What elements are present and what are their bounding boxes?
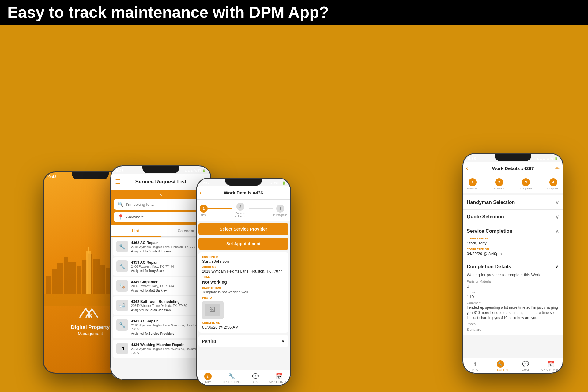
item-address: 2110 Wyndam Heights Lane, Westside, Hous… [131,323,205,331]
bottom-nav-3: ℹ INFO 🔧 OPERATIONS 💬 CHAT 📅 APPOINTMENT [196,370,291,386]
list-item[interactable]: 🔧4362 AC Repair2018 Wyndam Heights Lane,… [113,238,209,256]
customer-section: CUSTOMER Sarah Johnson ADDRESS 2018 Wynd… [198,252,288,333]
service-completion-chevron-icon[interactable]: ∧ [555,228,559,235]
completion-details-section: Completion Details ∧ Waiting for provide… [462,260,564,335]
p4-step-circle-2: 2 [495,178,503,186]
search-box: 🔍 [114,199,208,210]
handyman-section: Handyman Selection ∨ [462,195,564,210]
step-circle-3: 3 [276,205,284,213]
item-id: 4353 AC Repair [131,260,205,265]
item-id: 4341 AC Repair [131,319,205,323]
step-completed-4: 4 Completed [547,178,559,190]
p4-step-circle-3: 3 [522,178,530,186]
menu-icon[interactable]: ☰ [115,178,121,186]
back-button-4[interactable]: ‹ [466,165,468,172]
photo-placeholder: 🖼 [202,301,224,319]
p4-step-circle-1: 1 [469,178,477,186]
bottom-nav-4: ℹ INFO 🔧 OPERATIONS 💬 CHAT 📅 APPOINTMENT [462,358,564,374]
tab-list[interactable]: List [110,225,161,237]
completion-details-header: Completion Details ∧ [467,264,559,270]
p4-step-circle-4: 4 [549,178,557,186]
logo-text: Digital Property Management [71,324,110,337]
svg-text:🖼: 🖼 [210,307,216,313]
step-circle-1: 1 [200,205,208,213]
status-bar-3: 9:37 ▲ WiFi 🔋 [196,179,291,186]
item-assignee: Assigned To:Matt Barkley [131,289,205,292]
list-item[interactable]: 🛁4342 Bathroom Remodeling20640 Winlock T… [113,296,209,315]
search-icon: 🔍 [118,202,124,207]
quote-section: Quote Selection ∨ [462,210,564,224]
svg-rect-5 [68,262,76,294]
status-icons-4: ▲▲▲ WiFi 🔋 [536,157,558,160]
step-completed-3: 3 Completed [520,178,532,190]
time-3: 9:37 [202,181,209,185]
svg-rect-16 [86,251,91,294]
step-provider: 2 Provider Selection [232,203,249,218]
status-icons-2: ▲▲▲ WiFi 🔋 [184,169,206,172]
set-appointment-button[interactable]: Set Appointment [198,238,288,250]
item-address: 20640 Winlock Trace Dr, Katy, TX, 77450 [131,304,205,308]
step-circle-2: 2 [236,203,244,211]
list-item[interactable]: 🔧4341 AC Repair2110 Wyndam Heights Lane,… [113,316,209,338]
svg-rect-18 [88,315,90,318]
status-bar-2: 9:36 ▲▲▲ WiFi 🔋 [110,167,211,174]
completion-details-chevron-icon[interactable]: ∧ [556,264,559,270]
nav-chat-4[interactable]: 💬 CHAT [513,358,538,374]
item-icon: 🛁 [116,300,128,311]
location-pin-icon: 📍 [118,214,124,220]
step-inprogress: 3 In Progress [273,205,287,217]
p4-step-line-1 [478,182,494,182]
item-assignee: Assigned To:Sarah Johnson [131,250,205,253]
edit-icon[interactable]: ✏ [555,165,560,172]
nav-operations-4[interactable]: 🔧 OPERATIONS [488,358,513,374]
info-active-dot: ℹ [204,373,212,380]
svg-rect-1 [46,276,51,294]
p3-body: Select Service Provider Set Appointment … [196,221,291,370]
nav-info-4[interactable]: ℹ INFO [462,358,488,374]
step-line-1 [208,208,232,209]
parties-chevron-icon: ∧ [281,338,285,344]
chat-icon: 💬 [252,373,259,380]
search-input[interactable] [126,202,204,207]
nav-appointment-3[interactable]: 📅 APPOINTMENT [267,370,291,386]
p4-step-line-2 [505,182,520,182]
screen-3: 9:37 ▲ WiFi 🔋 ‹ Work Details #436 1 New [196,178,291,386]
p4-steps: 1 Scheduled 2 Execution 3 Completed 4 Co… [462,175,564,193]
item-icon: 🪚 [116,280,128,292]
svg-rect-4 [64,257,68,294]
step-scheduled: 1 Scheduled [467,178,478,190]
item-address: 2018 Wyndam Heights Lane, Houston, TX, 7… [131,245,205,249]
step-new: 1 New [200,205,208,217]
chat-icon-4: 💬 [522,361,529,368]
parties-section: Parties ∧ [198,335,288,347]
nav-appointment-4[interactable]: 📅 APPOINTMENT [538,358,564,374]
p4-body: Handyman Selection ∨ Quote Selection ∨ S… [462,195,564,358]
item-address: 2323 Wyndam Heights Lane, Westside, Hous… [131,347,205,355]
list-item[interactable]: 🖥4336 Washing Machine Repair2323 Wyndam … [113,340,209,358]
location-text: Anywhere [126,215,144,219]
location-box: 📍 Anywhere [114,212,208,222]
time-2: 9:36 [116,168,124,173]
select-provider-button[interactable]: Select Service Provider [198,223,288,235]
svg-rect-10 [100,265,105,294]
nav-info-3[interactable]: ℹ INFO [196,370,220,386]
collapse-button[interactable]: ∧ [114,192,208,197]
list-item[interactable]: 🔧4353 AC Repair2406 Foxcrest, Katy, TX, … [113,257,209,276]
operations-active-dot: 🔧 [497,360,504,368]
svg-rect-6 [77,266,81,294]
item-icon: 🔧 [116,319,128,331]
status-icons-3: ▲ WiFi 🔋 [270,181,285,185]
screen-4: 9:38 ▲▲▲ WiFi 🔋 ‹ Work Details #4267 ✏ 1… [462,153,564,374]
nav-chat-3[interactable]: 💬 CHAT [243,370,267,386]
nav-operations-3[interactable]: 🔧 OPERATIONS [220,370,244,386]
phones-area: 9:43 ●●● WiFi 🔋 [0,28,588,392]
p3-title: Work Details #436 [224,190,263,195]
quote-chevron-icon[interactable]: ∨ [555,213,559,220]
labor-row: Labor 110 [467,290,559,299]
list-item[interactable]: 🪚4349 Carpenter2406 Foxcrest, Katy, TX, … [113,277,209,295]
appointment-icon: 📅 [276,373,282,380]
phone-work-details-completed: 9:38 ▲▲▲ WiFi 🔋 ‹ Work Details #4267 ✏ 1… [462,153,564,374]
back-button-3[interactable]: ‹ [200,190,202,196]
svg-rect-17 [88,247,89,253]
handyman-chevron-icon[interactable]: ∨ [555,199,559,206]
